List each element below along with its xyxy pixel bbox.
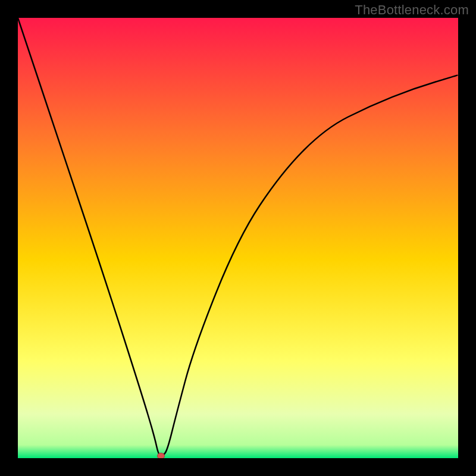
gradient-background — [18, 18, 458, 458]
watermark-text: TheBottleneck.com — [355, 2, 469, 18]
chart-svg — [18, 18, 458, 458]
bottleneck-chart — [18, 18, 458, 458]
minimum-marker — [158, 453, 165, 458]
